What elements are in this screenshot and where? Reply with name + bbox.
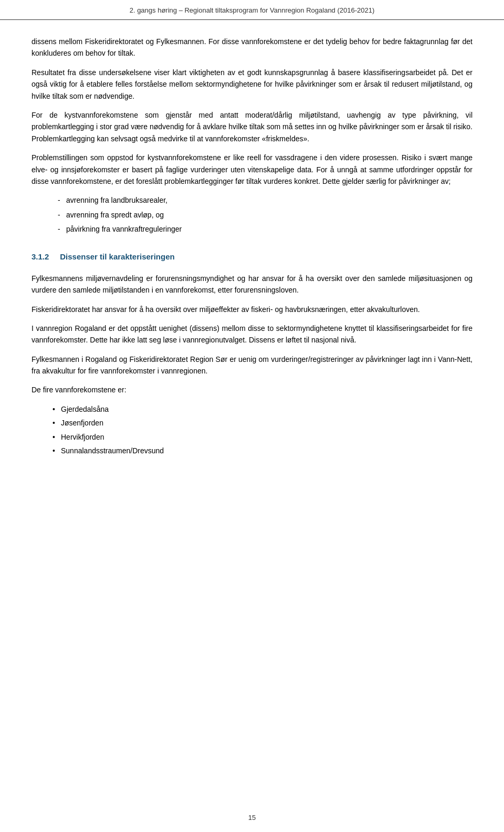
bullet-item-1: Gjerdedalsåna (52, 403, 472, 415)
bullet-list: Gjerdedalsåna Jøsenfjorden Hervikfjorden… (52, 403, 472, 457)
section-paragraph-1: Fylkesmannens miljøvernavdeling er forur… (32, 273, 472, 296)
page-container: 2. gangs høring – Regionalt tiltaksprogr… (0, 0, 504, 832)
paragraph-3: For de kystvannforekomstene som gjenstår… (32, 109, 472, 144)
paragraph-4: Problemstillingen som oppstod for kystva… (32, 152, 472, 187)
section-paragraph-5: De fire vannforekomstene er: (32, 384, 472, 396)
header-title: 2. gangs høring – Regionalt tiltaksprogr… (130, 6, 375, 14)
bullet-item-4: Sunnalandsstraumen/Drevsund (52, 445, 472, 456)
section-heading-312: 3.1.2 Dissenser til karakteriseringen (32, 251, 472, 263)
dash-item-1: avrenning fra landbruksarealer, (58, 194, 472, 206)
page-footer: 15 (0, 814, 504, 821)
paragraph-1: dissens mellom Fiskeridirektoratet og Fy… (32, 36, 472, 59)
section-title: Dissenser til karakteriseringen (60, 252, 174, 261)
page-content: dissens mellom Fiskeridirektoratet og Fy… (0, 20, 504, 495)
page-header: 2. gangs høring – Regionalt tiltaksprogr… (0, 0, 504, 20)
dash-item-2: avrenning fra spredt avløp, og (58, 209, 472, 221)
page-number: 15 (248, 814, 256, 821)
section-paragraph-4: Fylkesmannen i Rogaland og Fiskeridirekt… (32, 353, 472, 377)
paragraph-2: Resultatet fra disse undersøkelsene vise… (32, 67, 472, 102)
section-paragraph-3: I vannregion Rogaland er det oppstått ue… (32, 323, 472, 346)
bullet-item-3: Hervikfjorden (52, 431, 472, 443)
section-paragraph-2: Fiskeridirektoratet har ansvar for å ha … (32, 304, 472, 315)
bullet-item-2: Jøsenfjorden (52, 417, 472, 429)
dash-list: avrenning fra landbruksarealer, avrennin… (58, 194, 472, 235)
dash-item-3: påvirkning fra vannkraftreguleringer (58, 223, 472, 235)
